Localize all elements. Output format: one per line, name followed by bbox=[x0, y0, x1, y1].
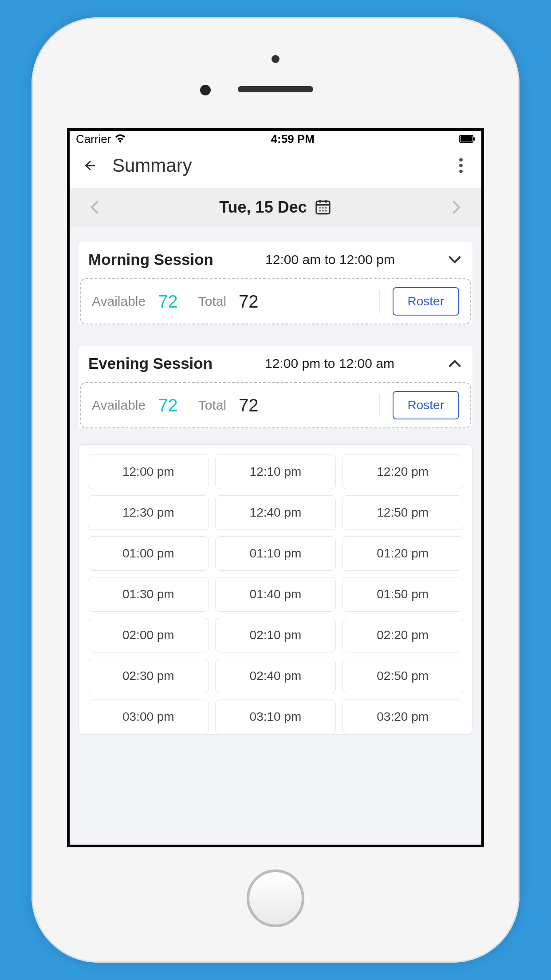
more-vertical-icon bbox=[459, 158, 463, 173]
expand-toggle-evening[interactable] bbox=[447, 356, 463, 371]
time-slots-grid: 12:00 pm12:10 pm12:20 pm12:30 pm12:40 pm… bbox=[88, 454, 463, 734]
time-slots-container: 12:00 pm12:10 pm12:20 pm12:30 pm12:40 pm… bbox=[79, 444, 472, 735]
content-scroll[interactable]: Morning Session 12:00 am to 12:00 pm Ava… bbox=[70, 227, 481, 845]
total-label: Total bbox=[198, 398, 226, 413]
calendar-icon bbox=[314, 198, 332, 217]
svg-point-13 bbox=[319, 210, 320, 211]
session-title: Evening Session bbox=[88, 355, 213, 372]
time-slot[interactable]: 01:50 pm bbox=[342, 577, 463, 612]
svg-point-10 bbox=[319, 207, 320, 209]
time-slot[interactable]: 01:30 pm bbox=[88, 577, 209, 612]
session-time: 12:00 am to 12:00 pm bbox=[265, 252, 395, 267]
time-slot[interactable]: 01:20 pm bbox=[342, 536, 463, 571]
session-title: Morning Session bbox=[88, 251, 213, 269]
phone-speaker bbox=[238, 86, 313, 92]
total-value: 72 bbox=[239, 395, 259, 415]
available-value: 72 bbox=[158, 292, 178, 312]
arrow-left-icon bbox=[83, 158, 98, 173]
total-value: 72 bbox=[239, 292, 259, 312]
chevron-left-icon bbox=[91, 201, 98, 214]
time-slot[interactable]: 02:30 pm bbox=[88, 659, 209, 693]
next-day-button[interactable] bbox=[448, 198, 465, 216]
time-slot[interactable]: 03:10 pm bbox=[215, 699, 336, 734]
svg-point-4 bbox=[459, 164, 463, 167]
divider bbox=[379, 290, 380, 313]
phone-proximity bbox=[200, 85, 211, 95]
available-label: Available bbox=[92, 294, 146, 309]
time-slot[interactable]: 03:00 pm bbox=[88, 699, 209, 734]
chevron-up-icon bbox=[449, 360, 461, 368]
chevron-down-icon bbox=[449, 256, 461, 264]
time-slot[interactable]: 12:10 pm bbox=[215, 454, 336, 489]
available-label: Available bbox=[92, 398, 146, 413]
svg-point-15 bbox=[325, 210, 327, 211]
session-time: 12:00 pm to 12:00 am bbox=[265, 356, 394, 371]
time-slot[interactable]: 12:00 pm bbox=[88, 454, 209, 489]
more-options-button[interactable] bbox=[451, 156, 471, 175]
svg-point-5 bbox=[459, 170, 463, 173]
app-header: Summary bbox=[70, 147, 481, 188]
selected-date-label: Tue, 15 Dec bbox=[219, 198, 307, 217]
phone-frame: Carrier 4:59 PM Summary bbox=[31, 17, 520, 963]
battery-icon bbox=[459, 132, 475, 146]
page-title: Summary bbox=[112, 155, 451, 176]
time-slot[interactable]: 01:40 pm bbox=[215, 577, 336, 612]
svg-rect-1 bbox=[460, 136, 472, 142]
total-label: Total bbox=[198, 294, 226, 309]
svg-point-12 bbox=[325, 207, 327, 209]
expand-toggle-morning[interactable] bbox=[447, 252, 463, 268]
time-slot[interactable]: 01:00 pm bbox=[88, 536, 209, 571]
time-slot[interactable]: 12:40 pm bbox=[215, 495, 336, 530]
time-slot[interactable]: 12:50 pm bbox=[342, 495, 463, 530]
date-picker-button[interactable]: Tue, 15 Dec bbox=[219, 198, 331, 217]
screen: Carrier 4:59 PM Summary bbox=[67, 128, 484, 847]
chevron-right-icon bbox=[453, 201, 460, 214]
svg-point-11 bbox=[322, 207, 323, 209]
svg-point-14 bbox=[322, 210, 323, 211]
session-header-evening[interactable]: Evening Session 12:00 pm to 12:00 am bbox=[79, 346, 472, 382]
time-slot[interactable]: 02:20 pm bbox=[342, 618, 463, 652]
wifi-icon bbox=[114, 132, 126, 146]
session-card-morning: Morning Session 12:00 am to 12:00 pm Ava… bbox=[79, 242, 472, 324]
status-bar: Carrier 4:59 PM bbox=[70, 131, 481, 147]
time-slot[interactable]: 02:40 pm bbox=[215, 659, 336, 693]
date-navigator: Tue, 15 Dec bbox=[70, 188, 481, 227]
time-slot[interactable]: 01:10 pm bbox=[215, 536, 336, 571]
available-value: 72 bbox=[158, 395, 178, 415]
time-slot[interactable]: 03:20 pm bbox=[342, 699, 463, 734]
prev-day-button[interactable] bbox=[86, 198, 103, 216]
time-slot[interactable]: 02:10 pm bbox=[215, 618, 336, 652]
session-header-morning[interactable]: Morning Session 12:00 am to 12:00 pm bbox=[79, 242, 472, 278]
time-slot[interactable]: 12:20 pm bbox=[342, 454, 463, 489]
roster-button-morning[interactable]: Roster bbox=[393, 287, 459, 316]
back-button[interactable] bbox=[80, 156, 100, 175]
time-slot[interactable]: 12:30 pm bbox=[88, 495, 209, 530]
roster-button-evening[interactable]: Roster bbox=[393, 391, 459, 419]
time-slot[interactable]: 02:50 pm bbox=[342, 659, 463, 693]
svg-point-3 bbox=[459, 158, 463, 162]
time-slot[interactable]: 02:00 pm bbox=[88, 618, 209, 652]
session-card-evening: Evening Session 12:00 pm to 12:00 am Ava… bbox=[79, 346, 472, 428]
session-stats-morning: Available 72 Total 72 Roster bbox=[80, 278, 471, 324]
session-block-evening: Evening Session 12:00 pm to 12:00 am Ava… bbox=[79, 346, 472, 735]
home-button[interactable] bbox=[247, 869, 304, 927]
phone-camera bbox=[272, 55, 279, 63]
divider bbox=[379, 394, 380, 417]
carrier-label: Carrier bbox=[76, 132, 111, 146]
svg-rect-2 bbox=[473, 137, 475, 141]
session-stats-evening: Available 72 Total 72 Roster bbox=[80, 382, 471, 428]
clock-label: 4:59 PM bbox=[271, 132, 315, 146]
